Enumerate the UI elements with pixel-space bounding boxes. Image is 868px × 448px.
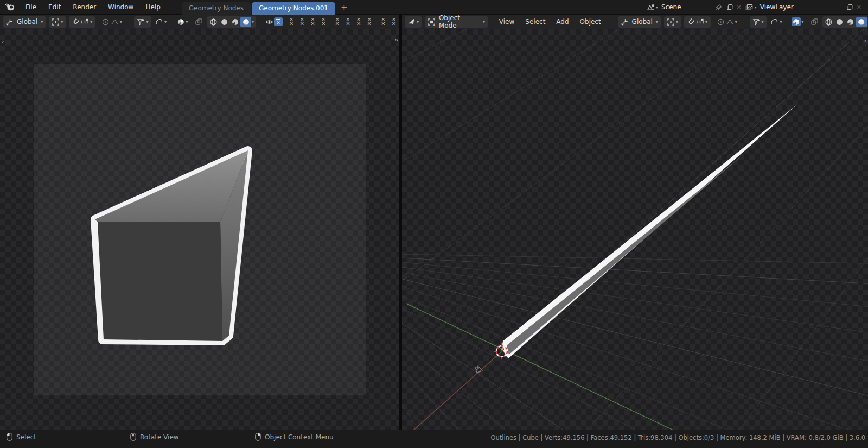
- hint-label: Rotate View: [140, 433, 179, 441]
- blender-logo-icon[interactable]: [4, 3, 15, 11]
- mouse-right-icon: [255, 433, 261, 441]
- editor-resize-handle[interactable]: ‹›: [394, 37, 398, 43]
- show-gizmos-dropdown[interactable]: ▾: [750, 16, 767, 28]
- unlink-scene-icon[interactable]: ✕: [733, 4, 745, 11]
- tab-geometry-nodes-001[interactable]: Geometry Nodes.001: [252, 2, 335, 15]
- add-workspace-button[interactable]: +: [336, 1, 352, 15]
- show-overlays-icon[interactable]: [770, 17, 780, 26]
- show-gizmos-dropdown[interactable]: ▾: [134, 16, 151, 28]
- menu-select[interactable]: Select: [520, 18, 551, 26]
- status-bar: Select Rotate View Object Context Menu O…: [0, 430, 868, 448]
- shading-wireframe-icon[interactable]: [208, 17, 219, 26]
- scene-stats: Outlines | Cube | Verts:49,156 | Faces:4…: [490, 434, 865, 441]
- matcap-sphere-icon[interactable]: [792, 17, 801, 26]
- x-glyph-icon[interactable]: [297, 16, 308, 28]
- chevron-down-icon: ▾: [762, 20, 764, 24]
- snapping-group: ▾: [684, 16, 711, 28]
- xray-toggle-icon[interactable]: [194, 17, 203, 26]
- transform-orientation-dropdown[interactable]: Global ▾: [618, 16, 661, 28]
- show-overlays-icon[interactable]: [155, 17, 164, 26]
- x-glyph-icon[interactable]: [343, 16, 354, 28]
- xray-toggle-icon[interactable]: [810, 17, 819, 26]
- matcap-sphere-icon[interactable]: [176, 17, 186, 26]
- gizmo-icon: [136, 17, 145, 26]
- chevron-down-icon: ▾: [483, 20, 485, 24]
- remove-viewlayer-icon[interactable]: ✕: [853, 4, 865, 11]
- right-3d-viewport[interactable]: ‹: [402, 29, 868, 430]
- scene-icon: [646, 3, 655, 11]
- hint-label: Select: [16, 433, 36, 441]
- menu-window[interactable]: Window: [102, 0, 139, 14]
- menu-view[interactable]: View: [494, 18, 520, 26]
- menu-render[interactable]: Render: [67, 0, 102, 14]
- hint-context-menu: Object Context Menu: [255, 433, 334, 441]
- editor-type-dropdown[interactable]: ▾: [405, 16, 422, 28]
- hint-select: Select: [7, 433, 36, 441]
- copy-scene-icon[interactable]: [726, 4, 733, 11]
- viewlayer-selector[interactable]: ▾ ViewLayer: [745, 1, 798, 13]
- shading-rendered-icon[interactable]: [856, 17, 867, 27]
- proportional-editing-icon[interactable]: [101, 17, 110, 26]
- viewlayer-name: ViewLayer: [760, 3, 794, 11]
- shading-solid-icon[interactable]: [219, 17, 229, 26]
- proportional-editing-icon[interactable]: [716, 17, 725, 26]
- pivot-point-dropdown[interactable]: ▾: [49, 16, 66, 28]
- menu-add[interactable]: Add: [551, 18, 574, 26]
- x-glyph-icon[interactable]: [364, 16, 375, 28]
- menu-object[interactable]: Object: [575, 18, 607, 26]
- shading-material-icon[interactable]: [845, 17, 856, 26]
- chevron-down-icon: ▾: [41, 20, 43, 24]
- x-glyph-icon[interactable]: [353, 16, 364, 28]
- chevron-down-icon: ▾: [252, 20, 254, 24]
- copy-viewlayer-icon[interactable]: [846, 4, 853, 11]
- magnet-icon[interactable]: [686, 17, 695, 26]
- left-3d-viewport[interactable]: ›: [0, 29, 399, 430]
- chevron-down-icon: ▾: [61, 20, 63, 24]
- snap-settings-icon[interactable]: [80, 17, 90, 26]
- viewport-scene: [402, 29, 868, 430]
- menu-file[interactable]: File: [20, 0, 42, 14]
- x-glyph-icon[interactable]: [378, 16, 389, 28]
- pivot-point-icon: [51, 17, 60, 26]
- mouse-left-icon: [7, 433, 12, 441]
- menu-help[interactable]: Help: [139, 0, 166, 14]
- orientation-axes-icon: [5, 17, 14, 26]
- orientation-label: Global: [17, 18, 37, 26]
- falloff-curve-icon[interactable]: [110, 17, 119, 26]
- chevron-down-icon: ▾: [417, 20, 419, 24]
- shading-wireframe-icon[interactable]: [824, 17, 834, 26]
- pin-icon[interactable]: [715, 4, 723, 11]
- viewlayer-icon: [745, 3, 754, 11]
- chevron-down-icon: ▾: [164, 20, 167, 24]
- pivot-point-dropdown[interactable]: ▾: [664, 16, 681, 28]
- mode-dropdown[interactable]: Object Mode ▾: [425, 16, 488, 28]
- shading-solid-icon[interactable]: [834, 17, 845, 26]
- blender-window: File Edit Render Window Help Geometry No…: [0, 0, 868, 448]
- snap-settings-icon[interactable]: [695, 17, 705, 26]
- shading-material-icon[interactable]: [229, 17, 240, 26]
- x-glyph-icon[interactable]: [332, 16, 343, 28]
- x-glyph-icon[interactable]: [286, 16, 297, 28]
- chevron-down-icon: ▾: [676, 20, 678, 24]
- x-glyph-icon[interactable]: [318, 16, 329, 28]
- editor-3d-viewport-icon: [407, 17, 416, 26]
- x-glyph-icon[interactable]: [308, 16, 318, 28]
- tab-geometry-nodes[interactable]: Geometry Nodes: [182, 2, 251, 15]
- cube-front-face: [98, 222, 222, 341]
- sidebar-expand-arrow[interactable]: ‹: [864, 38, 866, 44]
- toolbar-expand-arrow[interactable]: ›: [2, 39, 4, 45]
- transform-orientation-dropdown[interactable]: Global ▾: [3, 16, 46, 28]
- menu-edit[interactable]: Edit: [42, 0, 67, 14]
- snapping-group: ▾: [69, 16, 95, 28]
- magnet-icon[interactable]: [71, 17, 80, 26]
- scene-selector[interactable]: ▾ Scene: [646, 1, 686, 13]
- eye-icon[interactable]: [265, 17, 274, 26]
- minus-x-toggle-icon[interactable]: ✕: [274, 17, 283, 26]
- object-origin-dot[interactable]: [501, 348, 503, 350]
- stretched-cube-face: [507, 154, 744, 355]
- chevron-down-icon: ▾: [755, 5, 757, 10]
- pivot-point-icon: [666, 17, 675, 26]
- x-glyph-icon[interactable]: [388, 16, 399, 28]
- shading-rendered-icon[interactable]: [240, 17, 251, 27]
- falloff-curve-icon[interactable]: [725, 17, 735, 26]
